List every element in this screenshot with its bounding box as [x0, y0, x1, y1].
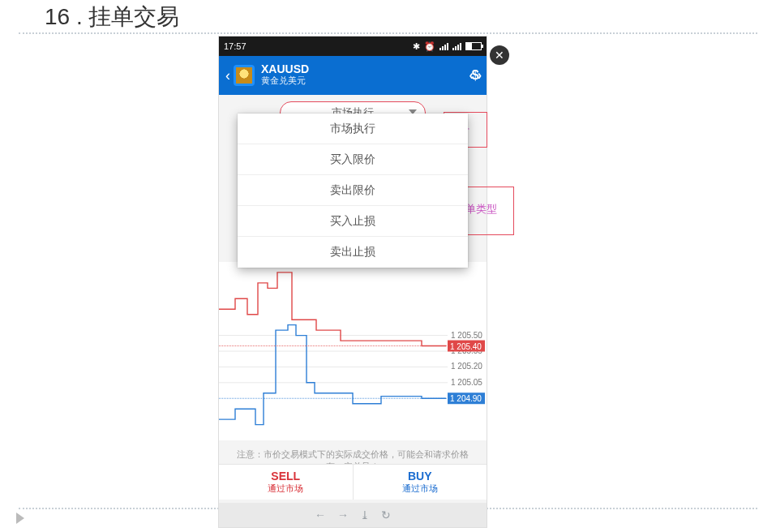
- sell-sublabel: 通过市场: [268, 483, 303, 495]
- buy-label: BUY: [408, 470, 432, 483]
- page-title: 16 . 挂单交易: [45, 2, 179, 32]
- alarm-icon: ⏰: [424, 41, 435, 52]
- nav-download-icon[interactable]: ⤓: [360, 508, 370, 521]
- svg-text:1 205.50: 1 205.50: [451, 331, 482, 340]
- dropdown-item[interactable]: 卖出止损: [238, 237, 468, 268]
- back-chevron-icon[interactable]: ‹: [225, 67, 230, 84]
- nav-refresh-icon[interactable]: ↻: [381, 508, 391, 521]
- dropdown-item[interactable]: 卖出限价: [238, 175, 468, 206]
- order-type-dropdown: 市场执行 买入限价 卖出限价 买入止损 卖出止损: [238, 114, 468, 268]
- dropdown-item[interactable]: 买入止损: [238, 206, 468, 237]
- symbol-name: XAUUSD: [261, 63, 469, 75]
- app-header: ‹ XAUUSD 黄金兑美元 ‹$›: [219, 56, 487, 95]
- symbol-subtitle: 黄金兑美元: [261, 75, 469, 87]
- phone-frame: 17:57 ✱ ⏰ ‹ XAUUSD 黄金兑美元 ‹$› 市场执行 市场执行 买…: [219, 36, 487, 527]
- nav-forward-icon[interactable]: →: [337, 508, 349, 521]
- sell-button[interactable]: SELL 通过市场: [219, 465, 353, 500]
- buy-button[interactable]: BUY 通过市场: [353, 465, 487, 500]
- battery-icon: [465, 42, 482, 50]
- dropdown-item[interactable]: 市场执行: [238, 114, 468, 144]
- dropdown-item[interactable]: 买入限价: [238, 144, 468, 175]
- svg-text:1 205.20: 1 205.20: [451, 362, 482, 371]
- swap-icon[interactable]: ‹$›: [469, 68, 480, 83]
- svg-text:1 205.40: 1 205.40: [450, 342, 482, 351]
- bluetooth-icon: ✱: [413, 41, 420, 52]
- trade-buttons: SELL 通过市场 BUY 通过市场: [219, 464, 487, 500]
- slide-arrow-icon: [16, 513, 24, 524]
- symbol-logo: [234, 65, 255, 86]
- nav-back-icon[interactable]: ←: [315, 508, 326, 521]
- signal-icon: [439, 43, 448, 50]
- svg-text:1 205.05: 1 205.05: [451, 378, 482, 387]
- sell-label: SELL: [271, 470, 300, 483]
- decor-line-top: [19, 32, 757, 34]
- buy-sublabel: 通过市场: [402, 483, 438, 495]
- phone-nav-bar: ← → ⤓ ↻: [219, 503, 487, 527]
- svg-text:1 204.90: 1 204.90: [450, 394, 482, 403]
- signal-icon-2: [452, 43, 461, 50]
- price-chart: 1 205.501 205.351 205.201 205.051 205.40…: [219, 262, 487, 440]
- status-bar: 17:57 ✱ ⏰: [219, 36, 487, 56]
- close-icon[interactable]: ✕: [490, 45, 509, 65]
- status-time: 17:57: [224, 41, 247, 51]
